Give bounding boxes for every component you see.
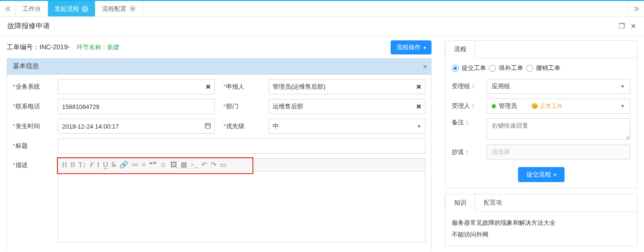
italic-icon[interactable]: I xyxy=(97,161,100,168)
heading-icon[interactable]: H xyxy=(62,161,67,168)
strike-icon[interactable]: S̶ xyxy=(111,161,116,168)
panel-title: 基本信息 xyxy=(13,62,39,70)
process-panel: 流程 提交工单 填补工单 撤销工单 xyxy=(445,40,637,188)
label-priority: 优先级 xyxy=(223,122,268,130)
tab-label: 发起流程 xyxy=(55,5,79,13)
order-id-label: 工单编号：INC-2019- xyxy=(7,43,71,51)
status-dot-icon xyxy=(492,104,496,108)
tab-config[interactable]: 配置项 xyxy=(475,194,510,211)
emoji-icon[interactable]: ☺ xyxy=(160,161,167,168)
priority-select[interactable] xyxy=(268,119,425,134)
chevron-down-icon: ▼ xyxy=(620,103,625,109)
time-input[interactable] xyxy=(58,119,215,134)
title-input[interactable] xyxy=(58,138,425,153)
undo-icon[interactable]: ↶ xyxy=(201,161,207,168)
tabs-scroll-right[interactable] xyxy=(628,1,644,16)
submit-process-button[interactable]: 提交流程 ▾ xyxy=(518,167,565,182)
label-phone: 联系电话 xyxy=(13,102,58,111)
main-panel: 工单编号：INC-2019- 环节名称：新建 流程操作 ▾ 基本信息 » xyxy=(0,36,438,251)
tab-flow[interactable]: 流程 xyxy=(445,41,475,58)
phone-input[interactable] xyxy=(58,99,215,114)
process-panel-tabs: 流程 xyxy=(445,41,637,58)
radio-cancel[interactable]: 撤销工单 xyxy=(526,64,560,72)
tab-label: 工作台 xyxy=(23,5,41,13)
person-select[interactable]: 管理员 😊 正常工作 ▼ xyxy=(487,99,630,114)
label-group: 受理组： xyxy=(452,82,483,91)
close-icon[interactable]: ✕ xyxy=(82,6,88,12)
maximize-icon[interactable]: ❐ xyxy=(619,22,625,30)
dept-input[interactable] xyxy=(268,99,425,114)
code-icon[interactable]: >_ xyxy=(190,161,198,168)
list-icon[interactable]: ≔ xyxy=(132,161,139,168)
kb-item[interactable]: 不能访问外网 xyxy=(452,229,630,241)
page-header-actions: ❐ ✕ xyxy=(615,22,636,31)
basic-info-panel: 基本信息 » 业务系统 ✖ 申报人 xyxy=(7,58,432,251)
knowledge-panel: 知识 配置项 服务器常见故障的现象和解决方法大全 不能访问外网 xyxy=(445,194,637,246)
double-chevron-right-icon xyxy=(634,6,639,12)
editor-toolbar: HBT↕𝐹IU̲S̶🔗≔≡❝❞☺🖼▦>_↶↷▭ xyxy=(58,159,425,172)
radio-dot-icon xyxy=(489,65,496,72)
label-title: 标题 xyxy=(13,142,58,150)
label-cc: 抄送： xyxy=(452,148,483,156)
underline-icon[interactable]: U̲ xyxy=(103,161,108,168)
clear-icon[interactable]: ✖ xyxy=(416,103,422,110)
label-desc: 描述 xyxy=(13,158,58,169)
label-reporter: 申报人 xyxy=(223,83,268,91)
smile-icon: 😊 xyxy=(531,103,538,109)
order-line: 工单编号：INC-2019- 环节名称：新建 流程操作 ▾ xyxy=(7,40,432,54)
font-size-icon[interactable]: T↕ xyxy=(79,161,86,168)
radio-dot-icon xyxy=(526,65,533,72)
double-chevron-left-icon xyxy=(5,6,11,12)
reporter-input[interactable] xyxy=(268,79,425,94)
link-icon[interactable]: 🔗 xyxy=(119,161,128,168)
tab-workbench[interactable]: 工作台 xyxy=(16,1,48,16)
tab-process-config[interactable]: 流程配置 ✕ xyxy=(95,1,143,16)
tab-start-process[interactable]: 发起流程 ✕ xyxy=(48,1,95,16)
stage-label: 环节名称：新建 xyxy=(77,44,119,51)
calendar-icon[interactable] xyxy=(204,122,211,130)
table-icon[interactable]: ▦ xyxy=(181,161,187,168)
close-icon[interactable]: ✕ xyxy=(129,6,136,12)
radio-dot-icon xyxy=(452,65,459,72)
fullscreen-icon[interactable]: ▭ xyxy=(220,161,227,168)
clear-icon[interactable]: ✖ xyxy=(205,84,211,90)
quote-icon[interactable]: ❝❞ xyxy=(149,161,157,168)
page-title: 故障报修申请 xyxy=(8,22,50,31)
editor-body[interactable] xyxy=(58,172,425,242)
system-input[interactable] xyxy=(58,79,215,94)
cc-select[interactable]: 请选择 xyxy=(487,145,630,160)
side-panel: 流程 提交工单 填补工单 撤销工单 xyxy=(438,36,644,251)
label-time: 发生时间 xyxy=(13,122,58,130)
radio-submit[interactable]: 提交工单 xyxy=(452,64,486,72)
chevron-down-icon[interactable]: ▼ xyxy=(416,124,422,129)
bold-icon[interactable]: B xyxy=(71,161,75,168)
remark-textarea[interactable] xyxy=(487,118,630,140)
chevron-down-icon: ▾ xyxy=(554,172,556,177)
tab-label: 流程配置 xyxy=(102,5,126,13)
radio-fill[interactable]: 填补工单 xyxy=(489,64,523,72)
chevron-down-icon: ▼ xyxy=(620,84,625,89)
tab-knowledge[interactable]: 知识 xyxy=(445,194,475,212)
knowledge-panel-tabs: 知识 配置项 xyxy=(445,194,637,212)
label-dept: 部门 xyxy=(223,102,268,111)
tabs-scroll-left[interactable] xyxy=(0,1,16,16)
chevron-down-icon: ▾ xyxy=(424,45,426,50)
font-icon[interactable]: 𝐹 xyxy=(90,161,94,168)
group-select[interactable]: 应用组 ▼ xyxy=(487,79,630,94)
redo-icon[interactable]: ↷ xyxy=(211,161,217,168)
clear-icon[interactable]: ✖ xyxy=(416,84,422,90)
status-tag: 😊 正常工作 xyxy=(531,102,563,110)
label-remark: 备注： xyxy=(452,118,483,127)
kb-item[interactable]: 服务器常见故障的现象和解决方法大全 xyxy=(452,217,630,229)
collapse-icon[interactable]: » xyxy=(423,62,425,70)
label-system: 业务系统 xyxy=(13,83,58,91)
svg-rect-0 xyxy=(205,124,211,129)
image-icon[interactable]: 🖼 xyxy=(170,161,177,168)
action-radio-group: 提交工单 填补工单 撤销工单 xyxy=(452,64,630,72)
align-icon[interactable]: ≡ xyxy=(142,161,146,168)
top-tab-bar: 工作台 发起流程 ✕ 流程配置 ✕ xyxy=(0,0,644,17)
label-person: 受理人： xyxy=(452,102,483,110)
close-icon[interactable]: ✕ xyxy=(630,22,636,30)
process-action-button[interactable]: 流程操作 ▾ xyxy=(391,40,432,54)
knowledge-list: 服务器常见故障的现象和解决方法大全 不能访问外网 xyxy=(445,212,637,246)
